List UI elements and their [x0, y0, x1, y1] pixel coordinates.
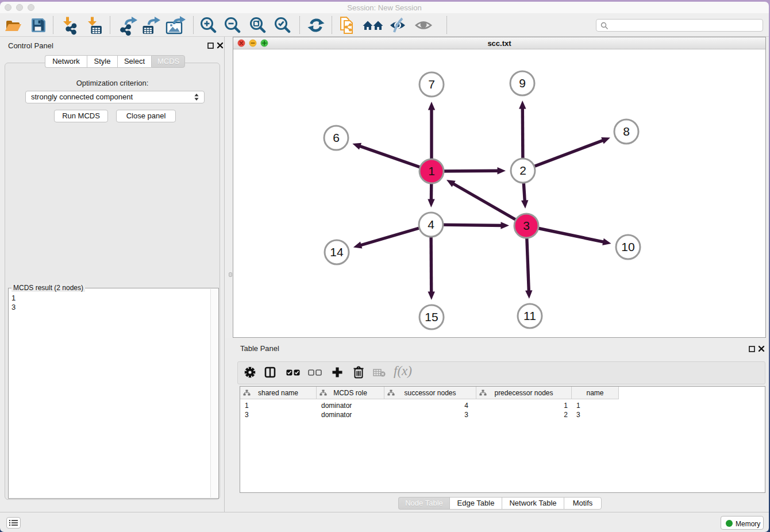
svg-text:1: 1: [428, 164, 435, 178]
svg-text:2: 2: [519, 164, 526, 177]
svg-text:15: 15: [425, 310, 438, 323]
svg-text:3: 3: [523, 219, 530, 232]
svg-text:14: 14: [330, 245, 344, 259]
svg-text:4: 4: [428, 218, 434, 231]
svg-text:8: 8: [623, 125, 630, 138]
svg-text:11: 11: [523, 309, 536, 322]
svg-text:10: 10: [621, 240, 634, 253]
svg-text:6: 6: [333, 131, 340, 144]
svg-text:7: 7: [428, 78, 435, 91]
svg-text:9: 9: [519, 76, 526, 90]
